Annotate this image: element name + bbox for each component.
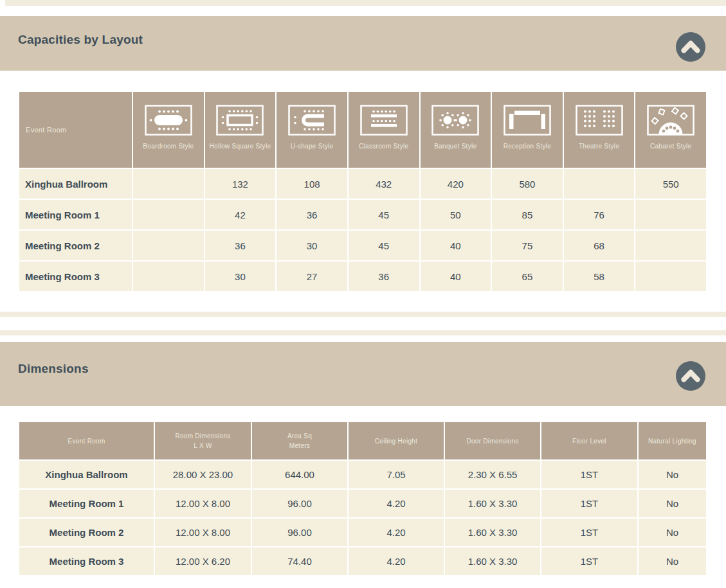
column-header-classroom: Classroom Style — [349, 92, 419, 168]
capacity-cell: 50 — [421, 200, 491, 229]
capacity-cell — [564, 169, 635, 199]
reception-style-icon — [504, 105, 551, 136]
capacity-cell: 40 — [421, 262, 491, 291]
dimension-cell: 12.00 X 8.00 — [155, 519, 251, 546]
dimension-cell: 7.05 — [349, 461, 444, 488]
dimensions-section-header: Dimensions — [0, 342, 726, 406]
column-header-hollow-square: Hollow Square Style — [205, 92, 276, 168]
capacity-cell — [635, 231, 706, 260]
divider-strip — [0, 330, 726, 335]
column-label: U-shape Style — [277, 142, 347, 150]
dimension-cell: 12.00 X 6.20 — [155, 548, 251, 575]
capacity-cell: 85 — [492, 200, 563, 229]
banquet-style-icon — [431, 105, 479, 136]
column-label: Theatre Style — [564, 142, 635, 150]
column-header-theatre: Theatre Style — [564, 92, 635, 168]
capacities-table: Event Room Boardroom Style — [18, 91, 707, 292]
capacity-cell: 58 — [564, 262, 635, 291]
dimension-cell: 1.60 X 3.30 — [445, 490, 540, 517]
column-header-floor-level: Floor Level — [541, 422, 637, 459]
capacities-section-header: Capacities by Layout — [0, 16, 726, 71]
room-name-cell: Meeting Room 3 — [19, 548, 154, 575]
capacity-cell — [133, 262, 204, 291]
column-label: Hollow Square Style — [205, 142, 276, 150]
divider-strip — [0, 312, 726, 317]
room-name-cell: Meeting Room 1 — [19, 200, 132, 229]
column-header-reception: Reception Style — [492, 92, 563, 168]
capacity-cell: 30 — [277, 231, 347, 260]
dimension-cell: 1.60 X 3.30 — [445, 548, 540, 575]
capacity-cell: 550 — [635, 169, 706, 199]
capacity-cell: 36 — [205, 231, 276, 260]
capacity-cell — [133, 169, 204, 199]
table-row: Meeting Room 3 12.00 X 6.20 74.40 4.20 1… — [19, 548, 706, 575]
table-row: Xinghua Ballroom 132 108 432 420 580 550 — [19, 169, 706, 199]
table-row: Xinghua Ballroom 28.00 X 23.00 644.00 7.… — [19, 461, 706, 488]
column-header-event-room: Event Room — [19, 92, 132, 168]
table-row: Meeting Room 1 42 36 45 50 85 76 — [19, 200, 706, 229]
column-label: Classroom Style — [349, 142, 419, 150]
column-label: Reception Style — [492, 142, 563, 150]
section-title-dimensions: Dimensions — [18, 362, 89, 376]
dimension-cell: 1ST — [541, 519, 637, 546]
capacities-scroll-top-button[interactable] — [676, 32, 705, 62]
column-label: Banquet Style — [421, 142, 491, 150]
table-row: Meeting Room 2 36 30 45 40 75 68 — [19, 231, 706, 260]
capacity-cell: 580 — [492, 169, 563, 199]
column-header-u-shape: U-shape Style — [277, 92, 347, 168]
column-header-area-sq-meters: Area SqMeters — [252, 422, 347, 459]
dimension-cell: 1.60 X 3.30 — [445, 519, 540, 546]
dimension-cell: 1ST — [541, 461, 637, 488]
dimension-cell: 2.30 X 6.55 — [445, 461, 540, 488]
dimensions-table: Event Room Room DimensionsL X W Area SqM… — [18, 421, 707, 576]
capacity-cell: 45 — [349, 200, 419, 229]
capacity-cell: 40 — [421, 231, 491, 260]
capacity-cell: 420 — [421, 169, 491, 199]
capacity-cell: 36 — [349, 262, 419, 291]
dimension-cell: 644.00 — [252, 461, 347, 488]
dimension-cell: 28.00 X 23.00 — [155, 461, 251, 488]
chevron-up-icon — [676, 361, 705, 391]
column-header-ceiling-height: Ceiling Height — [349, 422, 444, 459]
dimension-cell: 12.00 X 8.00 — [155, 490, 251, 517]
dimensions-scroll-top-button[interactable] — [676, 361, 705, 391]
dimension-cell: 96.00 — [252, 490, 347, 517]
top-divider-strip — [5, 0, 726, 6]
capacity-cell — [133, 200, 204, 229]
column-label: Cabaret Style — [635, 142, 706, 150]
column-header-natural-lighting: Natural Lighting — [639, 422, 706, 459]
dimensions-header-row: Event Room Room DimensionsL X W Area SqM… — [19, 422, 706, 459]
capacity-cell — [133, 231, 204, 260]
column-header-event-room: Event Room — [19, 422, 154, 459]
dimension-cell: 1ST — [541, 490, 637, 517]
classroom-style-icon — [360, 105, 408, 136]
dimension-cell: No — [639, 548, 706, 575]
dimension-cell: No — [639, 490, 706, 517]
dimension-cell: 4.20 — [349, 519, 444, 546]
capacity-cell: 68 — [564, 231, 635, 260]
capacity-cell: 76 — [564, 200, 635, 229]
column-label: Boardroom Style — [133, 142, 204, 150]
capacity-cell — [635, 262, 706, 291]
capacity-cell: 432 — [349, 169, 419, 199]
dimension-cell: 4.20 — [349, 548, 444, 575]
column-header-cabaret: Cabaret Style — [635, 92, 706, 168]
column-header-banquet: Banquet Style — [421, 92, 491, 168]
room-name-cell: Meeting Room 1 — [19, 490, 154, 517]
room-name-cell: Meeting Room 2 — [19, 231, 132, 260]
dimension-cell: 4.20 — [349, 490, 444, 517]
dimension-cell: 74.40 — [252, 548, 347, 575]
u-shape-style-icon — [288, 105, 336, 136]
column-header-room-dimensions: Room DimensionsL X W — [155, 422, 251, 459]
capacity-cell: 108 — [277, 169, 347, 199]
capacity-cell: 30 — [205, 262, 276, 291]
capacities-header-row: Event Room Boardroom Style — [19, 92, 706, 168]
dimension-cell: 96.00 — [252, 519, 347, 546]
hollow-square-style-icon — [216, 105, 264, 136]
capacity-cell: 45 — [349, 231, 419, 260]
section-title-capacities: Capacities by Layout — [18, 33, 143, 47]
room-name-cell: Xinghua Ballroom — [19, 461, 154, 488]
room-name-cell: Meeting Room 3 — [19, 262, 132, 291]
column-header-door-dimensions: Door Dimensions — [445, 422, 540, 459]
room-name-cell: Xinghua Ballroom — [19, 169, 132, 199]
